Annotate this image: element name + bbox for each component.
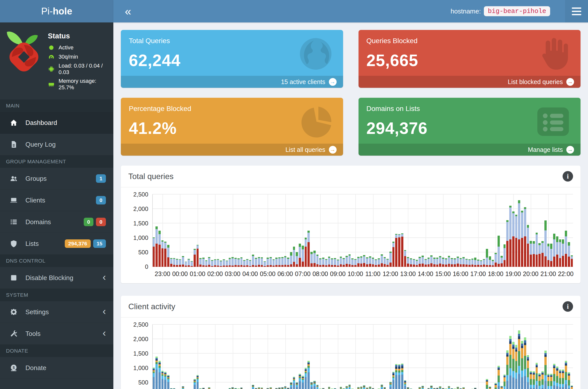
bar <box>506 325 509 389</box>
sidebar-collapse-icon[interactable]: « <box>125 5 131 17</box>
bar <box>495 325 497 389</box>
bar <box>454 194 456 267</box>
top-bar: Pi-hole « hostname: big-bear-pihole <box>0 0 588 22</box>
sidebar-item-query-log[interactable]: Query Log <box>0 134 113 155</box>
brand-bold: hole <box>53 6 72 17</box>
list-all-queries-link[interactable]: List all queries→ <box>121 144 343 156</box>
bar <box>544 194 547 267</box>
bar <box>369 194 371 267</box>
manage-lists-link[interactable]: Manage lists→ <box>359 144 581 156</box>
15-active-clients-link[interactable]: 15 active clients→ <box>121 76 343 88</box>
bar <box>191 325 193 389</box>
arrow-circle-right-icon: → <box>329 146 337 154</box>
bar <box>354 194 357 267</box>
bar <box>559 194 561 267</box>
bar <box>363 325 365 389</box>
sidebar-item-disable-blocking[interactable]: Disable Blocking‹ <box>0 267 113 289</box>
bar <box>284 194 287 267</box>
sidebar-item-clients[interactable]: Clients0 <box>0 190 113 211</box>
shield-icon <box>9 239 18 248</box>
nav-section-system: SYSTEM <box>0 289 113 301</box>
bar <box>351 325 354 389</box>
list-blocked-queries-link[interactable]: List blocked queries→ <box>359 76 581 88</box>
bar <box>258 194 260 267</box>
bar <box>460 194 462 267</box>
sidebar-item-donate[interactable]: $Donate <box>0 357 113 379</box>
bar <box>346 325 348 389</box>
bar <box>439 194 441 267</box>
y-axis-labels: 05001,0001,5002,0002,500 <box>126 194 152 267</box>
bar <box>538 194 541 267</box>
bar <box>240 325 243 389</box>
nav-section-group-management: GROUP MANAGEMENT <box>0 155 113 168</box>
sidebar-item-dashboard[interactable]: Dashboard <box>0 112 113 134</box>
chart-plot <box>152 194 573 267</box>
bar <box>366 325 368 389</box>
bar <box>217 194 219 267</box>
bar <box>275 194 278 267</box>
bar <box>512 325 514 389</box>
bar <box>176 325 178 389</box>
bar <box>217 325 219 389</box>
svg-text:$: $ <box>13 366 15 370</box>
bar <box>509 194 512 267</box>
total-queries-panel: Total queries i 05001,0001,5002,0002,500… <box>121 166 581 283</box>
bar <box>167 325 169 389</box>
bar <box>275 325 278 389</box>
bar <box>194 325 196 389</box>
bar <box>258 325 260 389</box>
bar <box>492 325 494 389</box>
circle-icon <box>48 44 55 51</box>
bar <box>430 325 433 389</box>
bar <box>223 325 225 389</box>
bar <box>349 325 351 389</box>
bar <box>155 194 158 267</box>
hamburger-menu-icon[interactable] <box>565 0 588 22</box>
bar <box>468 325 471 389</box>
stat-card-queries-blocked: Queries Blocked25,665List blocked querie… <box>359 30 581 88</box>
info-icon[interactable]: i <box>563 171 573 182</box>
sidebar-item-settings[interactable]: Settings‹ <box>0 301 113 323</box>
bar <box>407 325 409 389</box>
bar <box>343 194 345 267</box>
bar <box>331 194 333 267</box>
users-icon <box>9 174 18 183</box>
bar <box>346 194 348 267</box>
arrow-circle-right-icon: → <box>329 78 337 86</box>
bar <box>530 194 532 267</box>
bar <box>404 325 406 389</box>
bar <box>480 325 482 389</box>
sidebar-item-tools[interactable]: Tools‹ <box>0 323 113 345</box>
badge: 15 <box>93 239 106 248</box>
bar <box>307 325 310 389</box>
bar <box>316 194 319 267</box>
bar <box>471 194 474 267</box>
list-icon <box>9 218 18 226</box>
gears-icon <box>9 308 18 316</box>
bar <box>284 325 287 389</box>
status-30q-min: 30q/min <box>48 53 108 60</box>
sidebar-item-groups[interactable]: Groups1 <box>0 168 113 190</box>
hand-icon <box>534 35 572 73</box>
bar <box>229 194 231 267</box>
bar <box>433 325 436 389</box>
chart-bars <box>152 325 573 389</box>
bar <box>287 325 289 389</box>
bar <box>422 325 424 389</box>
bar <box>492 194 494 267</box>
info-icon[interactable]: i <box>563 301 573 312</box>
bar <box>249 325 251 389</box>
arrow-circle-right-icon: → <box>566 78 574 86</box>
status-panel: Status Active30q/minLoad: 0.03 / 0.04 / … <box>0 22 113 99</box>
bar <box>322 194 324 267</box>
bar <box>407 194 409 267</box>
bar <box>214 325 216 389</box>
bar <box>401 194 403 267</box>
bar <box>340 325 342 389</box>
bar <box>541 325 544 389</box>
sidebar-item-domains[interactable]: Domains00 <box>0 211 113 233</box>
gauge-icon <box>48 53 55 60</box>
sidebar-item-lists[interactable]: Lists294,37615 <box>0 233 113 255</box>
bar <box>378 325 380 389</box>
bar <box>378 194 380 267</box>
